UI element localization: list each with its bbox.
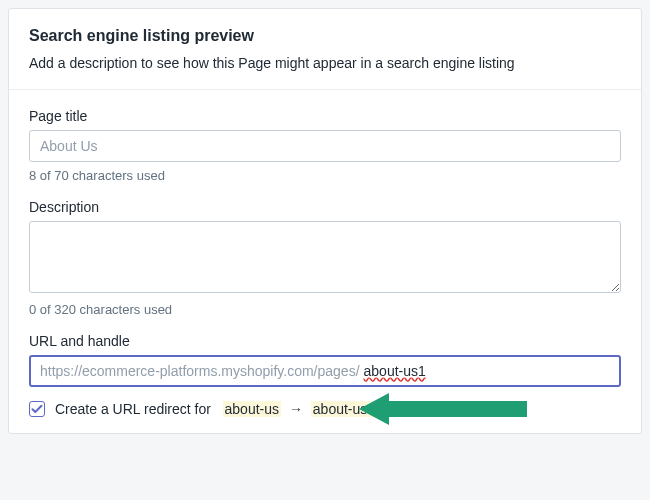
page-title-char-count: 8 of 70 characters used bbox=[29, 168, 621, 183]
page-title-label: Page title bbox=[29, 108, 621, 124]
redirect-from: about-us bbox=[223, 401, 281, 417]
card-title: Search engine listing preview bbox=[29, 27, 621, 45]
url-handle-input[interactable]: about-us1 bbox=[364, 363, 426, 379]
description-input[interactable] bbox=[29, 221, 621, 293]
url-prefix: https://ecommerce-platforms.myshopify.co… bbox=[40, 363, 360, 379]
card-body: Page title 8 of 70 characters used Descr… bbox=[9, 90, 641, 433]
redirect-checkbox[interactable] bbox=[29, 401, 45, 417]
description-field: Description bbox=[29, 199, 621, 296]
card-subtitle: Add a description to see how this Page m… bbox=[29, 55, 621, 71]
description-char-count: 0 of 320 characters used bbox=[29, 302, 621, 317]
url-handle-field: URL and handle https://ecommerce-platfor… bbox=[29, 333, 621, 387]
redirect-checkbox-row: Create a URL redirect for about-us → abo… bbox=[29, 401, 621, 417]
page-title-input[interactable] bbox=[29, 130, 621, 162]
checkmark-icon bbox=[31, 403, 43, 415]
card-header: Search engine listing preview Add a desc… bbox=[9, 9, 641, 90]
arrow-right-icon: → bbox=[289, 401, 303, 417]
redirect-to: about-us1 bbox=[311, 401, 377, 417]
redirect-label: Create a URL redirect for about-us → abo… bbox=[55, 401, 377, 417]
seo-preview-card: Search engine listing preview Add a desc… bbox=[8, 8, 642, 434]
url-handle-input-wrapper[interactable]: https://ecommerce-platforms.myshopify.co… bbox=[29, 355, 621, 387]
url-handle-label: URL and handle bbox=[29, 333, 621, 349]
description-label: Description bbox=[29, 199, 621, 215]
page-title-field: Page title bbox=[29, 108, 621, 162]
